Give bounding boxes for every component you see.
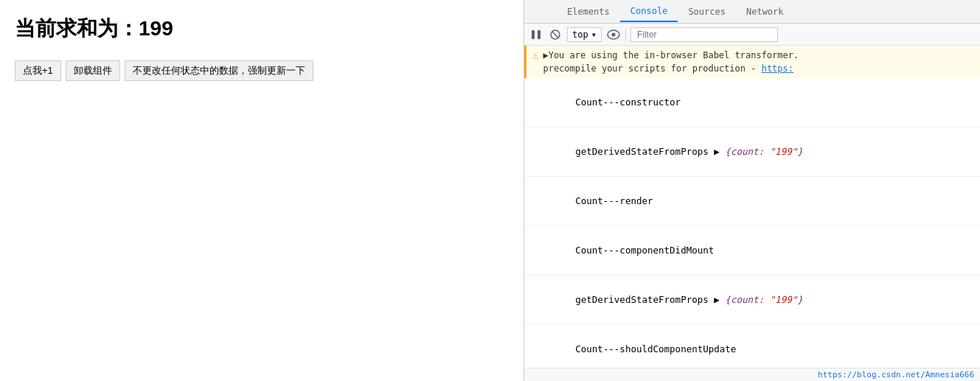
log-did-mount: Count---componentDidMount <box>524 226 980 276</box>
warning-link[interactable]: https: <box>762 63 793 74</box>
button-group: 点我+1 卸载组件 不更改任何状态中的数据，强制更新一下 <box>15 60 509 81</box>
ban-icon[interactable] <box>548 27 563 42</box>
devtools-panel: Elements Console Sources Network top <box>524 0 980 381</box>
console-content: ⚠ ▶You are using the in-browser Babel tr… <box>524 46 980 368</box>
log-render-1: Count---render <box>524 177 980 226</box>
svg-point-5 <box>611 32 615 36</box>
chevron-down-icon: ▾ <box>591 29 597 40</box>
context-label: top <box>572 29 588 40</box>
svg-line-3 <box>552 31 559 38</box>
app-panel: 当前求和为：199 点我+1 卸载组件 不更改任何状态中的数据，强制更新一下 <box>0 0 524 381</box>
devtools-footer: https://blog.csdn.net/Amnesia666 <box>524 368 980 381</box>
svg-rect-1 <box>538 30 541 39</box>
unmount-button[interactable]: 卸载组件 <box>66 60 120 81</box>
warning-icon: ⚠ <box>532 49 538 61</box>
filter-input[interactable] <box>630 27 778 42</box>
devtools-toolbar: top ▾ <box>524 24 980 46</box>
log-constructor: Count---constructor <box>524 78 980 127</box>
devtools-tab-bar: Elements Console Sources Network <box>524 0 980 24</box>
eye-icon[interactable] <box>606 27 621 42</box>
app-title: 当前求和为：199 <box>15 15 509 43</box>
warning-message: ▶You are using the in-browser Babel tran… <box>543 49 799 75</box>
toolbar-divider <box>625 28 626 41</box>
increment-button[interactable]: 点我+1 <box>15 60 61 81</box>
svg-rect-0 <box>532 30 535 39</box>
elements-tab[interactable]: Elements <box>557 2 620 21</box>
sources-tab[interactable]: Sources <box>678 2 736 21</box>
context-selector[interactable]: top ▾ <box>567 27 602 42</box>
console-warning: ⚠ ▶You are using the in-browser Babel tr… <box>524 46 980 78</box>
network-tab[interactable]: Network <box>736 2 794 21</box>
log-getderived-2: getDerivedStateFromProps ▶ {count: "199"… <box>524 276 980 325</box>
play-icon[interactable] <box>529 27 543 42</box>
footer-url: https://blog.csdn.net/Amnesia666 <box>818 370 974 380</box>
force-update-button[interactable]: 不更改任何状态中的数据，强制更新一下 <box>125 60 313 81</box>
log-getderived-1: getDerivedStateFromProps ▶ {count: "199"… <box>524 127 980 177</box>
log-should-update: Count---shouldComponentUpdate <box>524 325 980 368</box>
console-tab[interactable]: Console <box>620 1 678 22</box>
